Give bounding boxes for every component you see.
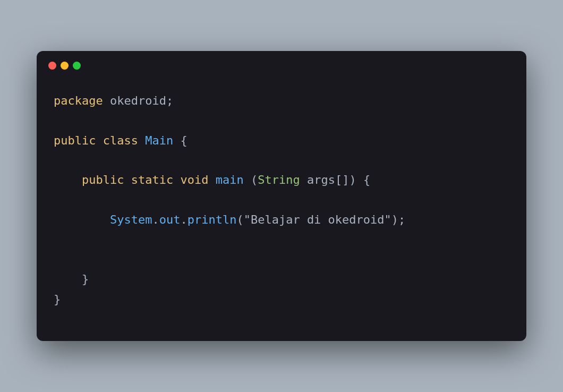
package-name: okedroid bbox=[110, 94, 166, 107]
dot: . bbox=[152, 213, 159, 226]
brace-open: { bbox=[363, 173, 370, 186]
paren-close: ) bbox=[391, 213, 398, 226]
window-titlebar bbox=[37, 51, 526, 75]
brackets: [] bbox=[335, 173, 349, 186]
keyword-class: class bbox=[103, 134, 138, 147]
indent bbox=[54, 173, 82, 186]
semicolon: ; bbox=[166, 94, 173, 107]
class-name: Main bbox=[145, 134, 173, 147]
close-icon[interactable] bbox=[48, 62, 56, 70]
keyword-void: void bbox=[180, 173, 208, 186]
indent bbox=[54, 272, 82, 286]
paren-open: ( bbox=[251, 173, 258, 186]
brace-open: { bbox=[180, 134, 187, 147]
method-name: main bbox=[216, 173, 244, 186]
maximize-icon[interactable] bbox=[73, 62, 81, 70]
indent bbox=[54, 213, 110, 226]
param-name: args bbox=[307, 173, 335, 186]
brace-close: } bbox=[82, 272, 89, 286]
minimize-icon[interactable] bbox=[61, 62, 69, 70]
paren-close: ) bbox=[349, 173, 356, 186]
dot: . bbox=[180, 213, 187, 226]
out-field: out bbox=[159, 213, 181, 226]
keyword-package: package bbox=[54, 94, 103, 107]
code-window: package okedroid; public class Main { pu… bbox=[37, 51, 526, 341]
keyword-public: public bbox=[54, 134, 96, 147]
println-method: println bbox=[187, 213, 237, 226]
keyword-static: static bbox=[131, 173, 173, 186]
code-block: package okedroid; public class Main { pu… bbox=[37, 75, 526, 341]
system-class: System bbox=[110, 213, 152, 226]
paren-open: ( bbox=[236, 213, 243, 226]
string-literal: "Belajar di okedroid" bbox=[244, 213, 391, 226]
keyword-public: public bbox=[82, 173, 124, 186]
brace-close: } bbox=[54, 293, 61, 306]
param-type: String bbox=[258, 173, 300, 186]
semicolon: ; bbox=[398, 213, 405, 226]
